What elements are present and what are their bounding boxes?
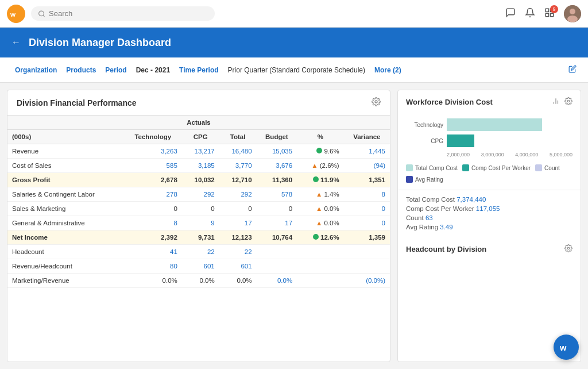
- stat-count-value: 63: [425, 214, 433, 221]
- svg-text:w: w: [560, 343, 567, 352]
- row-technology: 0.0%: [124, 274, 182, 288]
- actuals-header: Actuals: [7, 116, 390, 130]
- row-label: Revenue: [7, 144, 124, 159]
- row-variance: (94): [344, 159, 390, 173]
- row-cpg: 0.0%: [182, 274, 219, 288]
- row-budget: 0: [257, 202, 297, 216]
- row-cpg: 3,185: [182, 159, 219, 173]
- workforce-section: Workforce Division Cost Technology: [398, 90, 581, 190]
- main-content: Division Financial Performance Actuals (…: [0, 83, 588, 369]
- row-total: 0.0%: [219, 274, 257, 288]
- headcount-section: Headcount by Division: [398, 239, 581, 362]
- row-pct: ▲0.0%: [297, 216, 344, 230]
- x-label-1: 2,000,000: [447, 152, 470, 157]
- svg-rect-5: [546, 13, 548, 16]
- headcount-gear-icon[interactable]: [564, 244, 572, 254]
- legend-box-avg-rating: [406, 176, 413, 183]
- stats-section: Total Comp Cost 7,374,440 Comp Cost Per …: [398, 190, 581, 239]
- col-header-budget: Budget: [257, 130, 297, 144]
- row-pct: 11.9%: [297, 173, 344, 187]
- row-variance: [344, 245, 390, 259]
- stat-count-label: Count: [406, 214, 424, 221]
- row-label: Marketing/Revenue: [7, 274, 124, 288]
- left-panel: Division Financial Performance Actuals (…: [7, 90, 390, 362]
- row-variance: [344, 259, 390, 274]
- svg-point-10: [375, 101, 377, 103]
- row-technology: 2,678: [124, 173, 182, 187]
- search-bar[interactable]: [31, 6, 215, 21]
- stat-avg-rating-value: 3.49: [440, 224, 452, 230]
- left-panel-header: Division Financial Performance: [7, 90, 390, 115]
- table-row: Gross Profit2,67810,03212,71011,36011.9%…: [7, 173, 390, 187]
- row-budget: 10,764: [257, 230, 297, 245]
- svg-text:w: w: [10, 10, 16, 18]
- row-budget: 17: [257, 216, 297, 230]
- row-total: 292: [219, 187, 257, 202]
- back-button[interactable]: ←: [11, 37, 21, 48]
- legend-label-comp-per-worker: Comp Cost Per Worker: [471, 165, 531, 171]
- row-cpg: 601: [182, 259, 219, 274]
- row-technology: 278: [124, 187, 182, 202]
- filter-organization[interactable]: Organization: [11, 66, 60, 74]
- row-variance: 1,351: [344, 173, 390, 187]
- row-technology: 80: [124, 259, 182, 274]
- row-cpg: 292: [182, 187, 219, 202]
- row-label: Gross Profit: [7, 173, 124, 187]
- fab-button[interactable]: w: [554, 335, 579, 360]
- workforce-gear-icon[interactable]: [564, 97, 572, 107]
- row-technology: 8: [124, 216, 182, 230]
- row-cpg: 10,032: [182, 173, 219, 187]
- row-pct: ▲0.0%: [297, 202, 344, 216]
- row-total: 12,123: [219, 230, 257, 245]
- filter-more[interactable]: More (2): [371, 66, 405, 74]
- bar-row-technology: Technology: [406, 118, 572, 131]
- svg-rect-3: [546, 9, 548, 11]
- stat-avg-rating-label: Avg Rating: [406, 224, 438, 230]
- row-variance: 0: [344, 216, 390, 230]
- chart-type-icon[interactable]: [552, 97, 560, 107]
- svg-point-15: [567, 247, 570, 249]
- stat-comp-per-worker: Comp Cost Per Worker 117,055: [406, 205, 572, 212]
- search-icon: [38, 10, 45, 18]
- row-total: 12,710: [219, 173, 257, 187]
- bar-label-cpg: CPG: [406, 138, 443, 144]
- row-pct: [297, 274, 344, 288]
- avatar[interactable]: [564, 5, 581, 22]
- stat-avg-rating: Avg Rating 3.49: [406, 224, 572, 230]
- svg-point-14: [567, 100, 570, 102]
- workday-logo[interactable]: w: [7, 5, 25, 23]
- svg-point-9: [567, 16, 578, 22]
- workforce-header: Workforce Division Cost: [406, 97, 572, 107]
- legend-label-total-comp: Total Comp Cost: [415, 165, 458, 171]
- bar-teal-light-tech: [447, 118, 542, 131]
- filter-edit-icon[interactable]: [568, 65, 577, 75]
- row-cpg: 22: [182, 245, 219, 259]
- nav-icons: 9: [505, 5, 581, 22]
- row-pct: [297, 259, 344, 274]
- chat-icon-btn[interactable]: [505, 7, 516, 20]
- workforce-title: Workforce Division Cost: [406, 98, 493, 106]
- col-header-variance: Variance: [344, 130, 390, 144]
- search-input[interactable]: [49, 9, 208, 18]
- legend-label-avg-rating: Avg Rating: [415, 176, 443, 183]
- row-label: Sales & Marketing: [7, 202, 124, 216]
- legend-count: Count: [535, 164, 560, 171]
- chart-x-axis: 2,000,000 3,000,000 4,000,000 5,000,000: [406, 151, 572, 157]
- row-total: 22: [219, 245, 257, 259]
- filter-time-period-label: Time Period: [176, 66, 222, 74]
- apps-icon-btn[interactable]: 9: [544, 7, 555, 20]
- page-title: Division Manager Dashboard: [29, 37, 171, 49]
- left-panel-gear-icon[interactable]: [372, 97, 381, 108]
- left-panel-title: Division Financial Performance: [17, 98, 137, 107]
- row-budget: 11,360: [257, 173, 297, 187]
- svg-point-8: [570, 9, 575, 14]
- filter-products[interactable]: Products: [63, 66, 99, 74]
- row-total: 0: [219, 202, 257, 216]
- stat-count: Count 63: [406, 214, 572, 221]
- notifications-icon-btn[interactable]: [525, 7, 535, 20]
- legend-label-count: Count: [544, 165, 560, 171]
- filter-period-value: Dec - 2021: [133, 66, 173, 74]
- svg-point-1: [39, 11, 44, 16]
- bar-row-cpg: CPG: [406, 134, 572, 147]
- row-technology: 41: [124, 245, 182, 259]
